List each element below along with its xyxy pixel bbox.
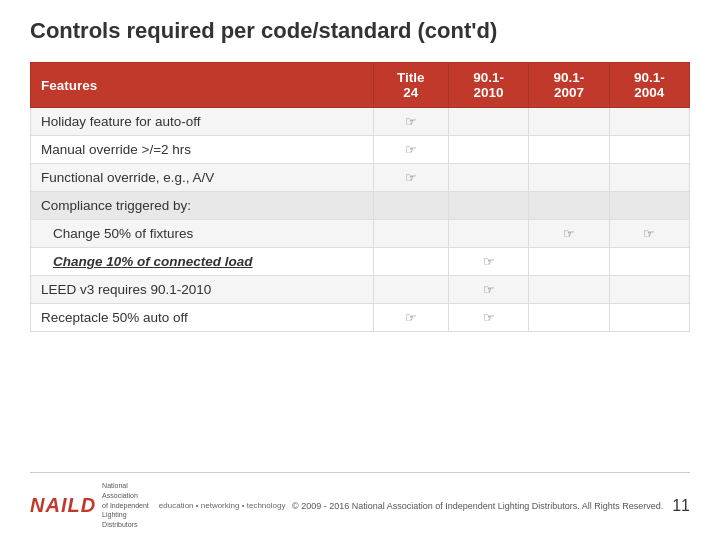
page-number: 11 — [670, 497, 690, 515]
footer: NAILD NationalAssociationof IndependentL… — [30, 472, 690, 530]
col-header-title24: Title24 — [373, 63, 448, 108]
check-icon — [563, 226, 575, 241]
check-icon — [405, 114, 417, 129]
check-icon — [405, 310, 417, 325]
check-icon — [643, 226, 655, 241]
check-icon — [483, 254, 495, 269]
cell-n2004 — [609, 164, 689, 192]
table-row: Holiday feature for auto-off — [31, 108, 690, 136]
cell-n2010 — [448, 192, 528, 220]
table-row: Change 50% of fixtures — [31, 220, 690, 248]
cell-title24 — [373, 192, 448, 220]
naild-logo: NAILD — [30, 494, 96, 517]
col-header-90-1-2010: 90.1-2010 — [448, 63, 528, 108]
cell-n2007 — [529, 248, 609, 276]
table-row: LEED v3 requires 90.1-2010 — [31, 276, 690, 304]
cell-n2004 — [609, 304, 689, 332]
cell-n2007 — [529, 304, 609, 332]
cell-n2004 — [609, 276, 689, 304]
logo-tagline: NationalAssociationof IndependentLightin… — [102, 481, 149, 530]
cell-n2004 — [609, 192, 689, 220]
table-row: Functional override, e.g., A/V — [31, 164, 690, 192]
cell-title24 — [373, 164, 448, 192]
cell-n2010 — [448, 220, 528, 248]
cell-feature: Receptacle 50% auto off — [31, 304, 374, 332]
cell-n2007 — [529, 108, 609, 136]
cell-n2007 — [529, 192, 609, 220]
cell-feature: LEED v3 requires 90.1-2010 — [31, 276, 374, 304]
tagline-text: education • networking • technology — [159, 501, 286, 510]
table-row: Change 10% of connected load — [31, 248, 690, 276]
col-header-90-1-2004: 90.1-2004 — [609, 63, 689, 108]
cell-n2004 — [609, 220, 689, 248]
cell-feature: Compliance triggered by: — [31, 192, 374, 220]
page-container: Controls required per code/standard (con… — [0, 0, 720, 540]
cell-feature: Functional override, e.g., A/V — [31, 164, 374, 192]
cell-title24 — [373, 248, 448, 276]
logo-box: NAILD NationalAssociationof IndependentL… — [30, 481, 149, 530]
col-header-features: Features — [31, 63, 374, 108]
cell-feature: Manual override >/=2 hrs — [31, 136, 374, 164]
cell-n2010 — [448, 164, 528, 192]
cell-n2010 — [448, 108, 528, 136]
table-row: Receptacle 50% auto off — [31, 304, 690, 332]
cell-title24 — [373, 136, 448, 164]
cell-n2007 — [529, 164, 609, 192]
cell-n2010 — [448, 248, 528, 276]
footer-copyright: © 2009 - 2016 National Association of In… — [285, 501, 670, 511]
table-row: Manual override >/=2 hrs — [31, 136, 690, 164]
cell-n2004 — [609, 136, 689, 164]
standards-table: Features Title24 90.1-2010 90.1-2007 90.… — [30, 62, 690, 332]
cell-n2010 — [448, 276, 528, 304]
cell-title24 — [373, 304, 448, 332]
col-header-90-1-2007: 90.1-2007 — [529, 63, 609, 108]
cell-title24 — [373, 108, 448, 136]
check-icon — [405, 170, 417, 185]
table-row: Compliance triggered by: — [31, 192, 690, 220]
cell-n2004 — [609, 108, 689, 136]
check-icon — [405, 142, 417, 157]
check-icon — [483, 310, 495, 325]
cell-feature: Holiday feature for auto-off — [31, 108, 374, 136]
cell-n2007 — [529, 220, 609, 248]
cell-n2010 — [448, 304, 528, 332]
cell-n2007 — [529, 276, 609, 304]
cell-n2010 — [448, 136, 528, 164]
page-title: Controls required per code/standard (con… — [30, 18, 690, 44]
table-header-row: Features Title24 90.1-2010 90.1-2007 90.… — [31, 63, 690, 108]
cell-title24 — [373, 276, 448, 304]
footer-left: NAILD NationalAssociationof IndependentL… — [30, 481, 285, 530]
check-icon — [483, 282, 495, 297]
cell-feature: Change 10% of connected load — [31, 248, 374, 276]
cell-n2004 — [609, 248, 689, 276]
cell-title24 — [373, 220, 448, 248]
cell-n2007 — [529, 136, 609, 164]
cell-feature: Change 50% of fixtures — [31, 220, 374, 248]
